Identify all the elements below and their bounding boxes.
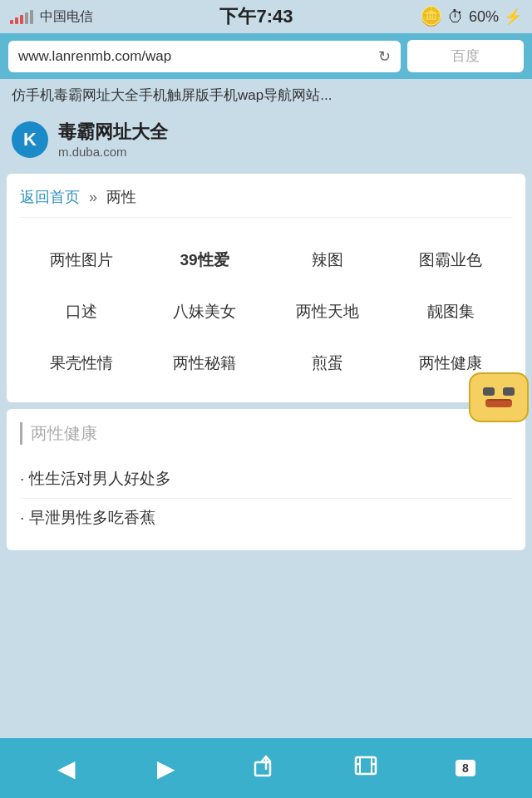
status-bar: 中国电信 下午7:43 🪙 ⏱ 60% ⚡ xyxy=(0,0,532,33)
category-item[interactable]: 图霸业色 xyxy=(389,234,512,286)
bookmarks-icon xyxy=(353,754,378,783)
share-icon xyxy=(254,754,278,783)
site-logo: K xyxy=(12,121,48,158)
category-item[interactable]: 果壳性情 xyxy=(20,337,143,389)
lightning-icon: ⚡ xyxy=(504,7,522,26)
article-list: · 性生活对男人好处多· 早泄男性多吃香蕉 xyxy=(20,460,512,537)
nav-forward-button[interactable]: ▶ xyxy=(141,747,191,789)
page-title: 仿手机毒霸网址大全手机触屏版手机wap导航网站... xyxy=(0,79,532,111)
main-content-card: 返回首页 » 两性 两性图片39性爱辣图图霸业色口述八妹美女两性天地靓图集果壳性… xyxy=(7,174,525,402)
category-item[interactable]: 煎蛋 xyxy=(266,337,389,389)
clock-icon: ⏱ xyxy=(447,7,464,27)
emoji-mouth xyxy=(485,399,512,407)
breadcrumb-home[interactable]: 返回首页 xyxy=(20,189,80,205)
category-grid: 两性图片39性爱辣图图霸业色口述八妹美女两性天地靓图集果壳性情两性秘籍煎蛋两性健… xyxy=(20,234,512,389)
section-card: 两性健康 · 性生活对男人好处多· 早泄男性多吃香蕉 xyxy=(7,409,525,550)
url-text: www.lanrenmb.com/wap xyxy=(18,48,171,65)
site-name-block: 毒霸网址大全 m.duba.com xyxy=(58,120,168,159)
back-icon: ◀ xyxy=(57,755,76,782)
nav-tabs-button[interactable]: 8 xyxy=(441,747,490,789)
tab-count: 8 xyxy=(456,760,475,776)
article-item[interactable]: · 性生活对男人好处多 xyxy=(20,460,512,499)
svg-rect-0 xyxy=(255,762,270,776)
category-item[interactable]: 八妹美女 xyxy=(143,286,266,337)
battery-level: 60% xyxy=(469,8,499,26)
category-item[interactable]: 两性天地 xyxy=(266,286,389,337)
status-right: 🪙 ⏱ 60% ⚡ xyxy=(420,6,522,27)
site-header: K 毒霸网址大全 m.duba.com xyxy=(0,111,532,167)
emoji-eye-left xyxy=(483,387,495,396)
bottom-nav: ◀ ▶ 8 xyxy=(0,738,532,798)
article-item[interactable]: · 早泄男性多吃香蕉 xyxy=(20,499,512,537)
breadcrumb-current: 两性 xyxy=(106,189,136,205)
time-display: 下午7:43 xyxy=(219,4,293,29)
signal-bars xyxy=(10,9,33,24)
url-box[interactable]: www.lanrenmb.com/wap ↻ xyxy=(8,41,401,72)
emoji-face xyxy=(469,372,529,422)
category-item[interactable]: 两性图片 xyxy=(20,234,143,286)
category-item[interactable]: 39性爱 xyxy=(143,234,266,286)
breadcrumb: 返回首页 » 两性 xyxy=(20,187,512,218)
category-item[interactable]: 辣图 xyxy=(266,234,389,286)
refresh-icon[interactable]: ↻ xyxy=(378,47,391,66)
category-item[interactable]: 两性秘籍 xyxy=(143,337,266,389)
logo-letter: K xyxy=(23,129,37,150)
svg-rect-2 xyxy=(356,757,376,774)
site-domain: m.duba.com xyxy=(58,145,168,159)
category-item[interactable]: 靓图集 xyxy=(389,286,512,337)
breadcrumb-separator: » xyxy=(89,189,97,205)
search-box[interactable]: 百度 xyxy=(407,40,524,72)
section-title: 两性健康 xyxy=(20,422,512,445)
forward-icon: ▶ xyxy=(157,755,175,782)
address-bar: www.lanrenmb.com/wap ↻ 百度 xyxy=(0,33,532,79)
emoji-eyes xyxy=(483,387,515,396)
category-item[interactable]: 口述 xyxy=(20,286,143,337)
status-left: 中国电信 xyxy=(10,8,93,26)
site-name: 毒霸网址大全 xyxy=(58,120,168,145)
nav-share-button[interactable] xyxy=(241,747,291,789)
carrier-name: 中国电信 xyxy=(40,8,93,26)
emoji-eye-right xyxy=(503,387,515,396)
search-placeholder: 百度 xyxy=(451,48,480,64)
coin-icon: 🪙 xyxy=(420,6,442,27)
nav-back-button[interactable]: ◀ xyxy=(42,747,91,789)
nav-bookmarks-button[interactable] xyxy=(341,747,391,789)
